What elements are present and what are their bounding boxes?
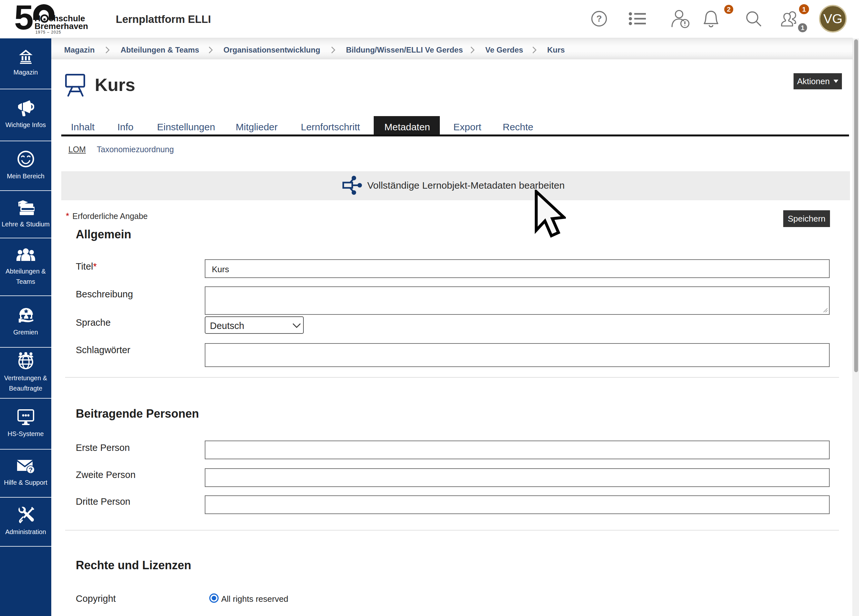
svg-text:1975 – 2025: 1975 – 2025 — [36, 30, 61, 34]
svg-text:?: ? — [596, 14, 602, 23]
svg-text:5: 5 — [14, 0, 33, 37]
svg-text:?: ? — [28, 466, 32, 473]
svg-text:Bremerhaven: Bremerhaven — [34, 21, 88, 31]
